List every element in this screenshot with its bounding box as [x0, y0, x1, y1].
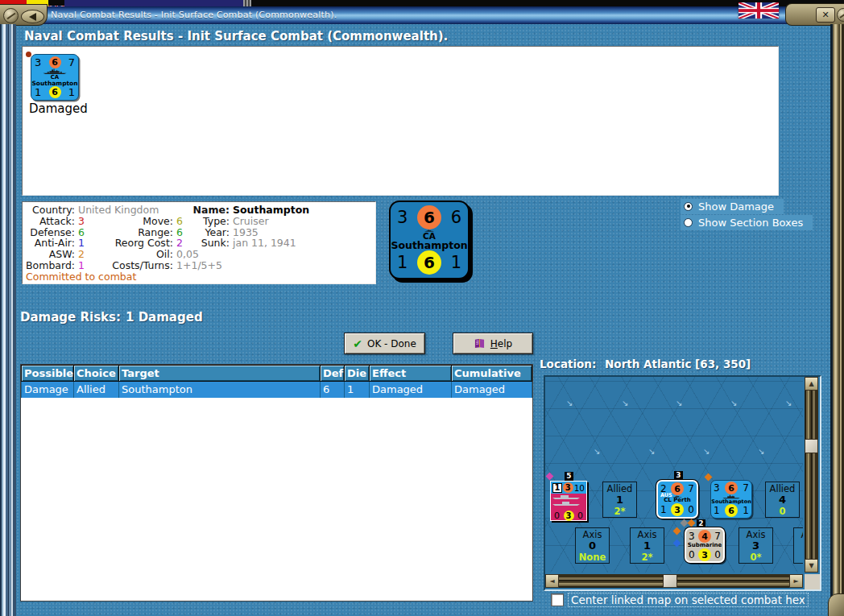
stat-value: 0 [689, 550, 695, 560]
title-bar[interactable]: Naval Combat Results - Init Surface Comb… [0, 6, 844, 24]
info-value: 0,05 [176, 249, 199, 260]
help-book-icon [474, 338, 486, 349]
help-button[interactable]: Help [453, 333, 533, 354]
info-label: Costs/Turns: [103, 260, 176, 271]
column-header-cumulative[interactable]: Cumulative [452, 366, 532, 381]
attack-value: 3 [397, 209, 408, 226]
nationality-label: AUS [660, 492, 672, 498]
column-header-target[interactable]: Target [119, 366, 320, 381]
stat-circle: 3 [563, 482, 573, 493]
map-horizontal-scrollbar[interactable]: ◄ ► [545, 574, 803, 588]
scroll-right-button[interactable]: ► [789, 574, 803, 588]
page-title: Naval Combat Results - Init Surface Comb… [24, 29, 448, 43]
close-button[interactable]: ✕ [816, 7, 835, 23]
cell-choice: Allied [74, 382, 118, 398]
map-viewport[interactable]: ↘ ↘ ↘ ↘ ↘ ↘ ↘ ↘ ↘ 5 1 3 10 [545, 377, 803, 573]
side-label: Axis [576, 529, 609, 540]
info-value: 1935 [233, 227, 259, 238]
sea-hex-marker: ↘ [758, 448, 764, 456]
marker-diamond-icon [673, 540, 681, 548]
ship-name: Southampton [31, 81, 77, 87]
info-value: 1+1/5+5 [176, 260, 222, 271]
checkbox-label[interactable]: Center linked map on selected combat hex [568, 593, 809, 607]
ok-done-label: OK - Done [367, 338, 416, 349]
display-options: Show Damage Show Section Boxes [681, 199, 813, 231]
table-row[interactable]: Damage Allied Southampton 6 1 Damaged Da… [21, 382, 532, 398]
damage-risks-caption: Damage Risks: [20, 310, 121, 325]
info-label: Defense: [26, 227, 78, 238]
stat-box: 1 [552, 483, 562, 493]
column-header-possible[interactable]: Possible [22, 366, 73, 381]
map-counter-southampton[interactable]: 3 6 7 Southampton 1 6 1 [710, 480, 752, 519]
column-header-def[interactable]: Def [321, 366, 344, 381]
window-frame-right [830, 24, 844, 616]
location-label: Location: North Atlantic [63, 350] [540, 358, 751, 370]
map-counter-submarine[interactable]: 3 4 7 Submarine 0 3 0 [685, 527, 725, 563]
info-label: ASW: [26, 249, 78, 260]
info-value: 3 [78, 216, 85, 227]
map-counter-task-force[interactable]: 1 3 10 0 3 0 [550, 481, 587, 521]
window-controls-right: ✕ [785, 3, 844, 26]
location-value: North Atlantic [63, 350] [605, 358, 751, 370]
radio-show-damage[interactable]: Show Damage [681, 199, 784, 214]
count-value: 1 [631, 540, 664, 552]
radio-unselected-icon[interactable] [684, 218, 693, 227]
collapse-button[interactable] [21, 10, 44, 23]
scroll-left-button[interactable]: ◄ [545, 574, 559, 588]
info-value: 1 [78, 238, 85, 249]
stat-value: 1 [397, 254, 408, 271]
section-box-axis-2: Axis 1 2* [630, 527, 664, 564]
radio-show-section-boxes[interactable]: Show Section Boxes [681, 215, 813, 230]
map-vertical-scrollbar[interactable]: ▲ ▼ [805, 377, 818, 573]
window-frame-corner [828, 593, 844, 616]
defense-circle: 6 [49, 86, 61, 98]
unit-counter-southampton[interactable]: 3 6 7 CA Southampton 1 6 1 Damag [23, 47, 111, 121]
side-label: Allied [603, 483, 636, 494]
sub-value: 0 [766, 506, 799, 517]
cell-effect: Damaged [370, 382, 451, 398]
stack-count-badge: 5 [565, 472, 573, 481]
column-header-choice[interactable]: Choice [74, 366, 118, 381]
stat-value: 3 [689, 531, 695, 541]
marker-diamond-icon [673, 527, 681, 535]
ship-name: Southampton [391, 241, 467, 251]
stack-count-badge: 3 [674, 471, 683, 480]
cell-cumulative: Damaged [452, 382, 532, 398]
side-label: Allied [766, 483, 799, 494]
unit-status-label: Damaged [29, 101, 88, 116]
damaged-move-circle: 6 [417, 205, 441, 229]
info-label: Bombard: [26, 260, 78, 271]
check-icon: ✔ [353, 338, 362, 349]
info-label: Oil: [103, 249, 176, 260]
ok-done-button[interactable]: ✔ OK - Done [344, 333, 425, 354]
scrollbar-corner [805, 574, 820, 589]
sub-value: 2* [603, 506, 636, 517]
column-header-die[interactable]: Die [345, 366, 369, 381]
info-label: Attack: [26, 216, 78, 227]
cell-possible: Damage [22, 382, 73, 398]
stat-value: 1 [68, 87, 75, 97]
horizontal-scroll-thumb[interactable] [663, 574, 677, 588]
attack-value: 3 [35, 57, 41, 68]
center-map-checkbox[interactable] [551, 593, 564, 606]
sea-hex-marker: ↘ [730, 399, 737, 407]
scroll-up-button[interactable]: ▲ [805, 377, 818, 391]
stat-value: 10 [574, 483, 585, 493]
map-counter-cl-perth[interactable]: 2 6 7 AUS CL Perth 1 3 0 [656, 480, 698, 519]
combat-results-table: Possible Choice Target Def Die Effect Cu… [20, 364, 533, 602]
section-box-axis-3: Axis 3 0* [738, 527, 773, 564]
stat-value: 7 [714, 531, 721, 541]
info-value: 2 [78, 249, 85, 260]
ship-name: CL Perth [664, 498, 691, 503]
radio-selected-icon[interactable] [684, 202, 693, 211]
vertical-scroll-thumb[interactable] [805, 439, 818, 453]
scroll-down-button[interactable]: ▼ [805, 559, 818, 573]
window-controls-left [0, 4, 48, 26]
center-map-option[interactable]: Center linked map on selected combat hex [551, 593, 809, 607]
section-box-allied-1: Allied 1 2* [602, 482, 637, 518]
sea-hex-marker: ↘ [648, 448, 655, 456]
info-label: Type: [168, 216, 233, 227]
screw-icon [837, 8, 844, 22]
column-header-effect[interactable]: Effect [370, 366, 451, 381]
top-flag-strip [0, 0, 844, 6]
